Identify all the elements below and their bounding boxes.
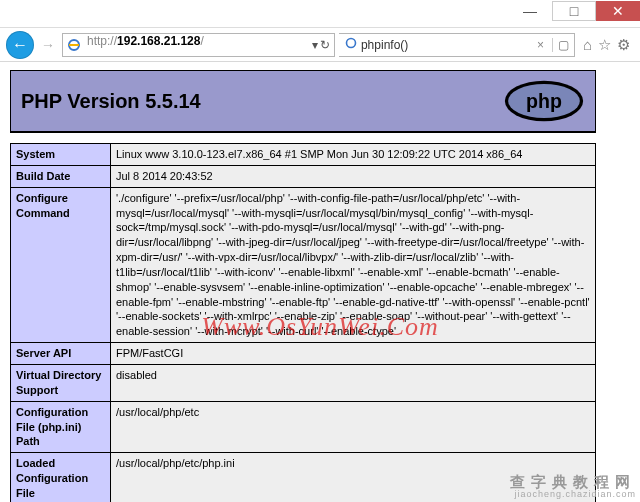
nav-back-button[interactable]: ← — [6, 31, 34, 59]
window-titlebar: — □ ✕ — [0, 0, 640, 28]
window-minimize-button[interactable]: — — [508, 1, 552, 21]
page-viewport: PHP Version 5.5.14 php System Linux www … — [0, 62, 640, 502]
configure-command-value: './configure' '--prefix=/usr/local/php' … — [111, 187, 596, 342]
virtual-dir-value: disabled — [111, 364, 596, 401]
build-date-value: Jul 8 2014 20:43:52 — [111, 165, 596, 187]
refresh-icon[interactable]: ↻ — [320, 38, 330, 52]
nav-forward-button[interactable]: → — [38, 35, 58, 55]
tab-phpinfo[interactable]: phpinfo() × — [339, 34, 552, 56]
tab-bar: phpinfo() × ▢ — [339, 33, 575, 57]
table-row: Configuration File (php.ini) Path /usr/l… — [11, 401, 596, 453]
phpinfo-table: System Linux www 3.10.0-123.el7.x86_64 #… — [10, 143, 596, 502]
php-logo-icon: php — [503, 79, 585, 123]
table-row: Configure Command './configure' '--prefi… — [11, 187, 596, 342]
table-row: Virtual Directory Support disabled — [11, 364, 596, 401]
url-host: 192.168.21.128 — [117, 34, 200, 48]
svg-text:php: php — [526, 90, 562, 112]
config-path-key: Configuration File (php.ini) Path — [11, 401, 111, 453]
tab-title: phpinfo() — [361, 38, 408, 52]
new-tab-button[interactable]: ▢ — [552, 38, 574, 52]
php-version-title: PHP Version 5.5.14 — [21, 90, 201, 113]
configure-command-key: Configure Command — [11, 187, 111, 342]
window-close-button[interactable]: ✕ — [596, 1, 640, 21]
url-path: / — [200, 34, 203, 48]
tab-favicon-icon — [345, 37, 357, 52]
url-prefix: http:// — [87, 34, 117, 48]
table-row: Build Date Jul 8 2014 20:43:52 — [11, 165, 596, 187]
php-header-box: PHP Version 5.5.14 php — [10, 70, 596, 133]
browser-tools: ⌂ ☆ ⚙ — [579, 36, 634, 54]
virtual-dir-key: Virtual Directory Support — [11, 364, 111, 401]
favorites-icon[interactable]: ☆ — [598, 36, 611, 54]
table-row: Loaded Configuration File /usr/local/php… — [11, 453, 596, 502]
settings-gear-icon[interactable]: ⚙ — [617, 36, 630, 54]
tab-close-icon[interactable]: × — [537, 38, 544, 52]
system-key: System — [11, 144, 111, 166]
server-api-key: Server API — [11, 343, 111, 365]
home-icon[interactable]: ⌂ — [583, 36, 592, 54]
url-input[interactable]: http://192.168.21.128/ — [85, 34, 308, 56]
browser-navbar: ← → http://192.168.21.128/ ▾ ↻ phpinfo()… — [0, 28, 640, 62]
window-maximize-button[interactable]: □ — [552, 1, 596, 21]
system-value: Linux www 3.10.0-123.el7.x86_64 #1 SMP M… — [111, 144, 596, 166]
svg-point-1 — [346, 39, 355, 48]
address-bar[interactable]: http://192.168.21.128/ ▾ ↻ — [62, 33, 335, 57]
table-row: System Linux www 3.10.0-123.el7.x86_64 #… — [11, 144, 596, 166]
server-api-value: FPM/FastCGI — [111, 343, 596, 365]
ie-favicon-icon — [63, 38, 85, 52]
url-dropdown-icon[interactable]: ▾ — [312, 38, 318, 52]
config-path-value: /usr/local/php/etc — [111, 401, 596, 453]
loaded-config-value: /usr/local/php/etc/php.ini — [111, 453, 596, 502]
loaded-config-key: Loaded Configuration File — [11, 453, 111, 502]
table-row: Server API FPM/FastCGI — [11, 343, 596, 365]
build-date-key: Build Date — [11, 165, 111, 187]
